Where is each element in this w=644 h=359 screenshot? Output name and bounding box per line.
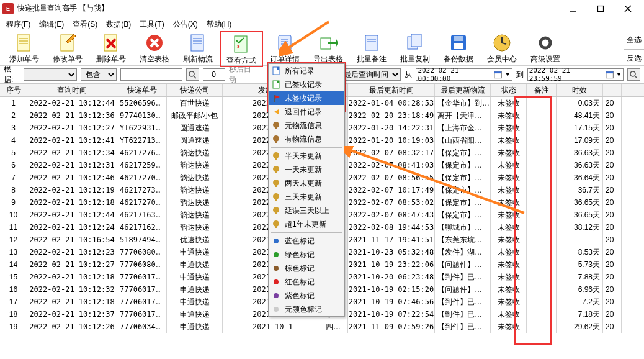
member-center-button[interactable]: 会员中心 xyxy=(480,31,524,65)
delete-button[interactable]: 删除单号 xyxy=(89,31,133,65)
cell-query-time: 2022-02-21 10:12:27 xyxy=(27,258,117,271)
dropdown-item-label: 无颜色标记 xyxy=(285,304,322,315)
col-query-time[interactable]: 查询时间 xyxy=(27,84,117,96)
dot-none-icon xyxy=(271,304,281,314)
col-remark[interactable]: 备注 xyxy=(527,84,557,96)
clear-button[interactable]: 清空表格 xyxy=(133,31,176,65)
dropdown-item[interactable]: 已签收记录 xyxy=(269,78,344,91)
root-field-select[interactable] xyxy=(24,68,77,81)
menu-tools[interactable]: 工具(T) xyxy=(137,19,166,30)
col-last-update-time[interactable]: 最后更新时间 xyxy=(348,84,435,96)
refresh-button[interactable]: 刷新物流 xyxy=(176,31,220,65)
cell-last-update-time: 2022-02-07 08:41:03 xyxy=(348,159,435,171)
col-waybill[interactable]: 快递单号 xyxy=(117,84,167,96)
svg-point-60 xyxy=(273,166,279,172)
cell-status: 未签收 xyxy=(491,246,527,258)
dropdown-item[interactable]: 红色标记 xyxy=(269,275,344,289)
dropdown-item-label: 未签收记录 xyxy=(285,93,322,104)
dropdown-item[interactable]: 无颜色标记 xyxy=(269,302,344,316)
dropdown-item[interactable]: 延误三天以上 xyxy=(269,204,344,217)
time-field-select[interactable]: 最后查询时间 xyxy=(339,68,401,81)
batch-copy-button[interactable]: 批量复制 xyxy=(393,31,437,65)
match-select[interactable]: 包含 xyxy=(81,68,117,81)
cell-index: 12 xyxy=(0,234,27,246)
cell-waybill: 46217270… xyxy=(117,196,167,209)
date-to-field[interactable]: 2022-02-21 23:59:59 ▼ xyxy=(527,68,624,81)
backup-button[interactable]: 备份数据 xyxy=(437,31,480,65)
dropdown-item[interactable]: 三天未更新 xyxy=(269,190,344,204)
svg-rect-67 xyxy=(275,212,277,214)
advanced-button[interactable]: 高级设置 xyxy=(524,31,567,65)
modify-button[interactable]: 修改单号 xyxy=(46,31,89,65)
dropdown-item[interactable]: 棕色标记 xyxy=(269,261,344,275)
cell-extra: 20 xyxy=(603,271,622,283)
menu-notice[interactable]: 公告(X) xyxy=(171,19,200,30)
cell-extra: 20 xyxy=(603,258,622,271)
menu-help[interactable]: 帮助(H) xyxy=(204,19,235,30)
dropdown-item[interactable]: 半天未更新 xyxy=(269,149,344,163)
cell-remark xyxy=(527,97,557,109)
col-last-logistics[interactable]: 最后更新物流 xyxy=(435,84,491,96)
dropdown-item[interactable]: 超1年未更新 xyxy=(269,217,344,231)
filter-go-button[interactable] xyxy=(627,68,640,81)
dropdown-item-label: 半天未更新 xyxy=(285,151,322,161)
cell-company: 圆通速递 xyxy=(167,134,223,147)
table-row[interactable]: 192022-02-21 10:12:2677706034…申通快递2021-1… xyxy=(0,320,644,333)
cell-status: 未签收 xyxy=(491,209,527,221)
close-button[interactable] xyxy=(614,2,642,16)
search-button[interactable] xyxy=(186,68,199,81)
col-timecost[interactable]: 时效 xyxy=(557,84,603,96)
menu-view[interactable]: 查看(S) xyxy=(70,19,100,30)
invert-selection-button[interactable]: 反选 xyxy=(624,50,644,68)
dropdown-separator xyxy=(271,232,342,233)
col-company[interactable]: 快递公司 xyxy=(167,84,223,96)
date-from-field[interactable]: 2022-02-21 00:00:00 ▼ xyxy=(416,68,512,81)
cell-waybill: 51897494… xyxy=(117,234,167,246)
svg-rect-45 xyxy=(606,71,613,73)
svg-rect-16 xyxy=(191,35,203,51)
cell-waybill: 46217259… xyxy=(117,159,167,171)
dropdown-item[interactable]: 有物流信息 xyxy=(269,132,344,146)
dropdown-item[interactable]: 两天未更新 xyxy=(269,176,344,190)
cell-timecost: 38.12天 xyxy=(557,221,603,234)
cell-company: 圆通速递 xyxy=(167,122,223,134)
col-status[interactable]: 状态 xyxy=(491,84,527,96)
cell-status: 未签收 xyxy=(491,308,527,320)
cell-timecost: 0.03天 xyxy=(557,97,603,109)
view-mode-button[interactable]: 查看方式 xyxy=(220,31,263,67)
col-index[interactable]: 序号 xyxy=(0,84,27,96)
dropdown-item-label: 蓝色标记 xyxy=(285,236,315,247)
col-extra[interactable] xyxy=(603,84,622,96)
cell-remark xyxy=(527,283,557,296)
dropdown-item[interactable]: 未签收记录 xyxy=(269,91,344,105)
dropdown-item[interactable]: 所有记录 xyxy=(269,64,344,78)
dropdown-item[interactable]: 绿色标记 xyxy=(269,248,344,261)
menu-data[interactable]: 数据(B) xyxy=(104,19,133,30)
menu-edit[interactable]: 编辑(E) xyxy=(37,19,66,30)
add-button[interactable]: 添加单号 xyxy=(2,31,46,65)
svg-rect-55 xyxy=(275,127,277,129)
cell-company: 韵达快递 xyxy=(167,209,223,221)
select-all-button[interactable]: 全选 xyxy=(624,31,644,50)
maximize-button[interactable] xyxy=(587,2,614,16)
dropdown-item[interactable]: 紫色标记 xyxy=(269,289,344,302)
search-input[interactable] xyxy=(120,68,182,81)
dropdown-item-label: 无物流信息 xyxy=(285,120,322,131)
detail-button[interactable]: 订单详情 xyxy=(263,31,306,65)
dropdown-item[interactable]: 退回件记录 xyxy=(269,105,344,119)
dropdown-item[interactable]: 蓝色标记 xyxy=(269,234,344,248)
dropdown-item[interactable]: 一天未更新 xyxy=(269,163,344,176)
cell-last-update-time: 2021-10-19 07:46:56 xyxy=(348,296,435,308)
cell-last-update-time: 2022-02-07 08:56:55 xyxy=(348,171,435,184)
export-button[interactable]: 导出表格 xyxy=(306,31,350,65)
cell-last-logistics: 【金华市】到… xyxy=(435,97,491,109)
count-input[interactable] xyxy=(203,68,225,81)
menu-program[interactable]: 程序(F) xyxy=(4,19,33,30)
dropdown-item-label: 红色标记 xyxy=(285,277,315,288)
cell-waybill: 46217276… xyxy=(117,147,167,159)
cell-status: 未签收 xyxy=(491,159,527,171)
dropdown-item[interactable]: 无物流信息 xyxy=(269,119,344,132)
minimize-button[interactable] xyxy=(560,2,587,16)
batch-remark-button[interactable]: 批量备注 xyxy=(350,31,393,65)
cell-index: 17 xyxy=(0,296,27,308)
